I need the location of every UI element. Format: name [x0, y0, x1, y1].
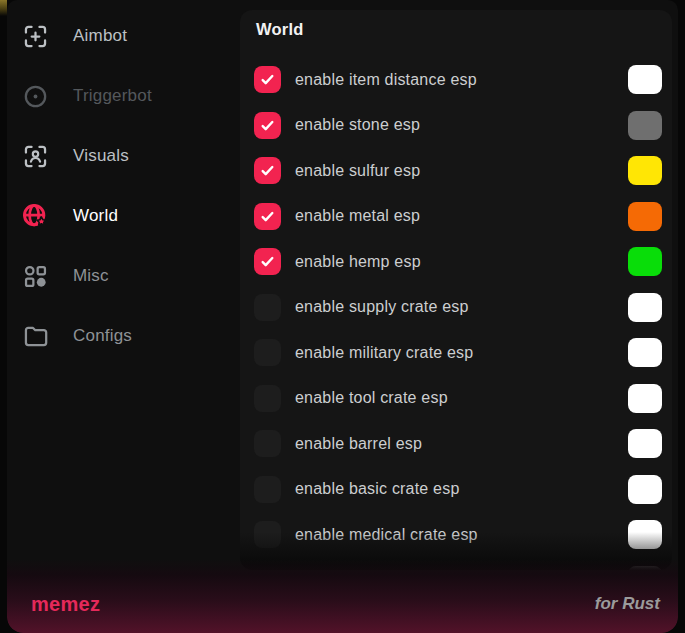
- esp-option-label: enable basic crate esp: [295, 480, 460, 498]
- color-swatch[interactable]: [628, 566, 662, 570]
- checkbox-checked[interactable]: [254, 66, 281, 93]
- sidebar-item-label: Visuals: [73, 146, 129, 166]
- esp-option-row: enable metal esp: [254, 194, 662, 240]
- checkbox-unchecked[interactable]: [254, 294, 281, 321]
- sidebar-item-aimbot[interactable]: Aimbot: [7, 6, 240, 66]
- misc-shapes-icon: [22, 263, 49, 290]
- color-swatch[interactable]: [628, 111, 662, 140]
- checkbox-unchecked[interactable]: [254, 339, 281, 366]
- color-swatch[interactable]: [628, 475, 662, 504]
- esp-option-label: enable stone esp: [295, 116, 420, 134]
- cheat-menu-window: AimbotTriggerbotVisualsWorldMiscConfigs …: [7, 0, 678, 633]
- footer: memez for Rust: [7, 575, 678, 633]
- esp-options-list: enable item distance espenable stone esp…: [254, 57, 662, 570]
- sidebar-item-label: Misc: [73, 266, 109, 286]
- esp-option-label: enable tool crate esp: [295, 389, 448, 407]
- esp-option-label: enable medical crate esp: [295, 526, 478, 544]
- checkbox-unchecked[interactable]: [254, 567, 281, 570]
- sidebar-item-configs[interactable]: Configs: [7, 306, 240, 366]
- esp-option-row: enable medical crate esp: [254, 512, 662, 558]
- esp-option-row: enable military crate esp: [254, 330, 662, 376]
- sidebar-item-visuals[interactable]: Visuals: [7, 126, 240, 186]
- esp-option-label: enable sulfur esp: [295, 162, 420, 180]
- color-swatch[interactable]: [628, 247, 662, 276]
- sidebar-item-label: Aimbot: [73, 26, 127, 46]
- sidebar-item-triggerbot[interactable]: Triggerbot: [7, 66, 240, 126]
- color-swatch[interactable]: [628, 338, 662, 367]
- aimbot-crosshair-icon: [22, 23, 49, 50]
- color-swatch[interactable]: [628, 202, 662, 231]
- color-swatch[interactable]: [628, 384, 662, 413]
- sidebar-item-misc[interactable]: Misc: [7, 246, 240, 306]
- world-globe-star-icon: [22, 203, 49, 230]
- configs-folder-icon: [22, 323, 49, 350]
- esp-option-label: enable supply crate esp: [295, 298, 469, 316]
- checkbox-unchecked[interactable]: [254, 430, 281, 457]
- color-swatch[interactable]: [628, 429, 662, 458]
- esp-option-label: enable item distance esp: [295, 71, 477, 89]
- esp-option-label: enable military crate esp: [295, 344, 473, 362]
- esp-option-label: enable barrel esp: [295, 435, 422, 453]
- color-swatch[interactable]: [628, 65, 662, 94]
- sidebar-item-label: Triggerbot: [73, 86, 152, 106]
- esp-option-label: enable metal esp: [295, 207, 420, 225]
- color-swatch[interactable]: [628, 520, 662, 549]
- checkbox-unchecked[interactable]: [254, 385, 281, 412]
- color-swatch[interactable]: [628, 156, 662, 185]
- esp-option-row: enable item distance esp: [254, 57, 662, 103]
- brand-tagline: for Rust: [595, 594, 660, 614]
- esp-option-row: enable sulfur esp: [254, 148, 662, 194]
- brand-name: memez: [31, 593, 100, 616]
- sidebar: AimbotTriggerbotVisualsWorldMiscConfigs: [7, 0, 240, 575]
- panel-title: World: [256, 20, 303, 39]
- triggerbot-circle-dot-icon: [22, 83, 49, 110]
- esp-option-row: [254, 558, 662, 571]
- color-swatch[interactable]: [628, 293, 662, 322]
- esp-option-row: enable stone esp: [254, 103, 662, 149]
- sidebar-item-label: World: [73, 206, 118, 226]
- checkbox-checked[interactable]: [254, 157, 281, 184]
- settings-panel: World enable item distance espenable sto…: [240, 10, 672, 570]
- checkbox-checked[interactable]: [254, 112, 281, 139]
- esp-option-row: enable basic crate esp: [254, 467, 662, 513]
- sidebar-item-world[interactable]: World: [7, 186, 240, 246]
- esp-option-row: enable supply crate esp: [254, 285, 662, 331]
- background-game-sliver: [0, 0, 7, 16]
- esp-option-row: enable hemp esp: [254, 239, 662, 285]
- checkbox-checked[interactable]: [254, 248, 281, 275]
- sidebar-item-label: Configs: [73, 326, 132, 346]
- checkbox-unchecked[interactable]: [254, 521, 281, 548]
- esp-option-label: enable hemp esp: [295, 253, 421, 271]
- visuals-scan-person-icon: [22, 143, 49, 170]
- esp-option-row: enable tool crate esp: [254, 376, 662, 422]
- esp-option-row: enable barrel esp: [254, 421, 662, 467]
- checkbox-unchecked[interactable]: [254, 476, 281, 503]
- checkbox-checked[interactable]: [254, 203, 281, 230]
